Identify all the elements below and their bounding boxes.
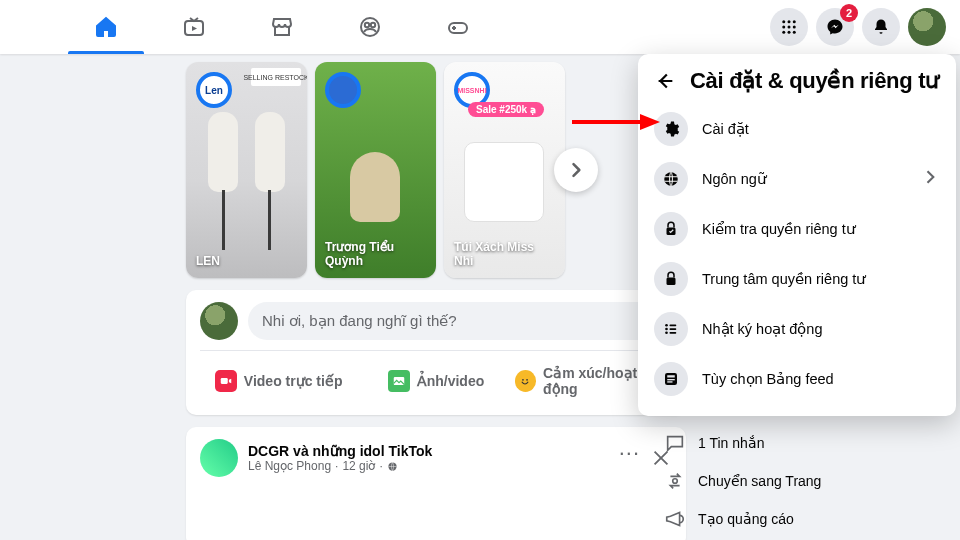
panel-item-settings[interactable]: Cài đặt	[646, 104, 948, 154]
svg-rect-27	[670, 328, 677, 330]
composer-photo-button[interactable]: Ảnh/video	[357, 359, 514, 403]
bell-icon	[872, 18, 890, 36]
svg-point-1	[361, 18, 379, 36]
svg-rect-14	[221, 378, 228, 384]
post-author[interactable]: Lê Ngọc Phong	[248, 459, 331, 473]
svg-point-23	[665, 324, 668, 327]
svg-rect-28	[670, 332, 677, 334]
composer-live-button[interactable]: Video trực tiếp	[200, 359, 357, 403]
panel-item-feed-prefs[interactable]: Tùy chọn Bảng feed	[646, 354, 948, 404]
post-avatar[interactable]	[200, 439, 238, 477]
feed-icon	[654, 362, 688, 396]
panel-item-language[interactable]: Ngôn ngữ	[646, 154, 948, 204]
post-body-placeholder	[200, 477, 672, 540]
tab-home[interactable]	[62, 0, 150, 54]
composer: Nhi ơi, bạn đang nghĩ gì thế? Video trực…	[186, 290, 686, 415]
story-label: LEN	[196, 254, 297, 268]
globe-icon	[387, 461, 398, 472]
svg-point-17	[522, 379, 524, 381]
panel-item-privacy-checkup[interactable]: Kiểm tra quyền riêng tư	[646, 204, 948, 254]
post-card: DCGR và những idol TikTok Lê Ngọc Phong …	[186, 427, 686, 540]
menu-button[interactable]	[770, 8, 808, 46]
panel-item-label: Trung tâm quyền riêng tư	[702, 271, 866, 287]
rightcol-switch-page[interactable]: Chuyển sang Trang	[658, 462, 948, 500]
panel-item-label: Kiểm tra quyền riêng tư	[702, 221, 856, 237]
story-label: Trương Tiểu Quỳnh	[325, 240, 426, 268]
svg-point-20	[664, 172, 678, 186]
panel-item-privacy-center[interactable]: Trung tâm quyền riêng tư	[646, 254, 948, 304]
story-card[interactable]: Trương Tiểu Quỳnh	[315, 62, 436, 278]
rightcol-inbox-label: 1 Tin nhắn	[698, 435, 765, 451]
svg-rect-30	[667, 375, 675, 377]
svg-point-5	[782, 20, 785, 23]
globe-icon	[654, 162, 688, 196]
story-card[interactable]: MISSNHI Sale #250k ạ Túi Xách Miss Nhi	[444, 62, 565, 278]
svg-point-12	[788, 31, 791, 34]
story-avatar	[325, 72, 361, 108]
tab-groups[interactable]	[326, 0, 414, 54]
topbar-right: 2	[770, 0, 960, 54]
panel-item-label: Ngôn ngữ	[702, 171, 767, 187]
feed-column: SELLING RESTOCK Len LEN Trương Tiểu Quỳn…	[186, 62, 576, 540]
svg-point-9	[788, 26, 791, 29]
notifications-button[interactable]	[862, 8, 900, 46]
svg-point-16	[519, 375, 531, 387]
story-card[interactable]: SELLING RESTOCK Len LEN	[186, 62, 307, 278]
panel-item-label: Tùy chọn Bảng feed	[702, 371, 834, 387]
stories-next-button[interactable]	[554, 148, 598, 192]
svg-point-3	[371, 23, 375, 27]
svg-rect-26	[670, 325, 677, 327]
tab-marketplace[interactable]	[238, 0, 326, 54]
chevron-right-icon	[566, 160, 586, 180]
svg-point-2	[365, 23, 369, 27]
svg-point-10	[793, 26, 796, 29]
settings-privacy-panel: Cài đặt & quyền riêng tư Cài đặt Ngôn ng…	[638, 54, 956, 416]
lock-icon	[654, 262, 688, 296]
switch-icon	[664, 470, 686, 492]
topbar-left-spacer	[0, 0, 62, 54]
svg-point-25	[665, 331, 668, 334]
post-header: DCGR và những idol TikTok Lê Ngọc Phong …	[200, 439, 672, 477]
rightcol-switch-label: Chuyển sang Trang	[698, 473, 821, 489]
composer-input[interactable]: Nhi ơi, bạn đang nghĩ gì thế?	[248, 302, 672, 340]
story-sale-tag: Sale #250k ạ	[468, 102, 544, 117]
post-head-text: DCGR và những idol TikTok Lê Ngọc Phong …	[248, 443, 432, 473]
svg-rect-31	[667, 379, 675, 380]
story-label: Túi Xách Miss Nhi	[454, 240, 555, 268]
post-time: 12 giờ	[342, 459, 375, 473]
svg-point-18	[526, 379, 528, 381]
post-more-button[interactable]: ···	[619, 447, 640, 469]
tab-gaming[interactable]	[414, 0, 502, 54]
back-arrow-icon[interactable]	[654, 70, 676, 92]
composer-avatar[interactable]	[200, 302, 238, 340]
photo-icon	[388, 370, 410, 392]
topbar: 2	[0, 0, 960, 54]
account-avatar[interactable]	[908, 8, 946, 46]
feeling-icon	[515, 370, 536, 392]
svg-point-8	[782, 26, 785, 29]
home-icon	[94, 15, 118, 39]
svg-marker-34	[640, 114, 660, 130]
messenger-button[interactable]: 2	[816, 8, 854, 46]
tab-watch[interactable]	[150, 0, 238, 54]
story-restock-badge: SELLING RESTOCK	[251, 68, 301, 86]
post-title[interactable]: DCGR và những idol TikTok	[248, 443, 432, 459]
message-icon	[664, 432, 686, 454]
svg-rect-32	[667, 381, 672, 382]
svg-point-11	[782, 31, 785, 34]
svg-point-6	[788, 20, 791, 23]
svg-point-13	[793, 31, 796, 34]
panel-item-label: Nhật ký hoạt động	[702, 321, 823, 337]
rightcol-inbox[interactable]: 1 Tin nhắn	[658, 424, 948, 462]
rightcol-create-ad[interactable]: Tạo quảng cáo	[658, 500, 948, 538]
panel-item-activity-log[interactable]: Nhật ký hoạt động	[646, 304, 948, 354]
svg-rect-22	[667, 278, 676, 286]
chevron-right-icon	[920, 167, 940, 191]
story-avatar: Len	[196, 72, 232, 108]
composer-top: Nhi ơi, bạn đang nghĩ gì thế?	[200, 302, 672, 340]
composer-actions: Video trực tiếp Ảnh/video Cảm xúc/hoạt đ…	[200, 350, 672, 403]
panel-title: Cài đặt & quyền riêng tư	[690, 68, 939, 94]
post-meta: Lê Ngọc Phong · 12 giờ ·	[248, 459, 432, 473]
svg-point-35	[673, 479, 678, 484]
list-icon	[654, 312, 688, 346]
